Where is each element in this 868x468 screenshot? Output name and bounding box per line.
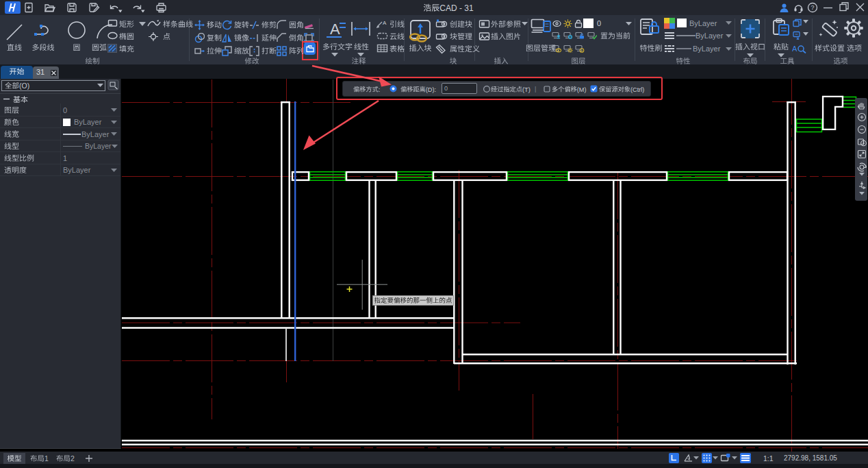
svg-text:CAD - 31: CAD - 31 — [439, 3, 474, 13]
svg-text:0: 0 — [63, 106, 67, 114]
svg-text:ByLayer: ByLayer — [693, 45, 721, 53]
svg-text:ByLayer: ByLayer — [689, 19, 717, 27]
svg-text:ByLayer: ByLayer — [85, 142, 112, 150]
svg-text:2792.98, 1581.05: 2792.98, 1581.05 — [784, 454, 837, 462]
svg-text:(D):: (D): — [426, 86, 436, 93]
svg-text:0: 0 — [597, 19, 601, 27]
svg-text:ByLayer: ByLayer — [74, 118, 102, 126]
svg-text:1: 1 — [63, 154, 67, 162]
svg-text::: : — [379, 86, 381, 93]
svg-text:2: 2 — [71, 454, 75, 463]
svg-text:1:1: 1:1 — [763, 454, 774, 463]
svg-text:(T): (T) — [522, 86, 531, 93]
svg-text:ByLayer: ByLayer — [81, 130, 110, 138]
svg-text:|: | — [535, 86, 536, 93]
svg-text:1: 1 — [44, 454, 49, 463]
svg-text:(Ctrl): (Ctrl) — [630, 86, 644, 93]
svg-text:ByLayer: ByLayer — [63, 166, 91, 174]
svg-text:(M): (M) — [577, 86, 587, 93]
svg-text:0: 0 — [444, 85, 448, 92]
svg-text:(O): (O) — [19, 82, 29, 90]
svg-text:ByLayer: ByLayer — [695, 32, 724, 40]
svg-text:31: 31 — [36, 68, 44, 76]
